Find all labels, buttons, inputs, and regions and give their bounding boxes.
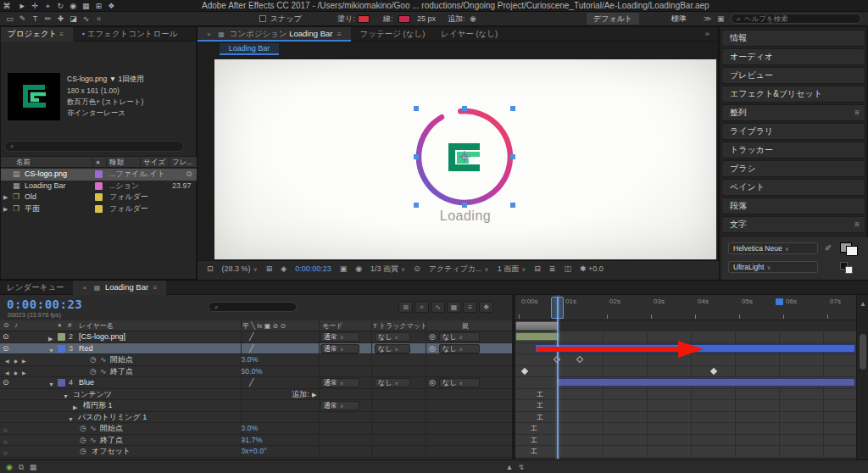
label-color[interactable] xyxy=(95,193,103,201)
trkmat-dropdown[interactable]: なし∨ xyxy=(375,344,410,353)
pixel-aspect-icon[interactable]: ⊟ xyxy=(534,261,541,277)
menubar-tool-icon-3[interactable]: ↻ xyxy=(54,0,67,12)
twirl-icon[interactable]: ▶ xyxy=(73,403,77,412)
panel-header-6[interactable]: トラッカー xyxy=(721,142,865,159)
panel-header-10[interactable]: 文字≡ xyxy=(721,216,865,233)
add-shape-icon[interactable]: ◉ xyxy=(470,12,476,25)
panel-header-3[interactable]: エフェクト&プリセット xyxy=(721,86,865,103)
kf-nav-icon[interactable]: ◇ xyxy=(3,448,8,458)
timeline-comp-button-1[interactable]: ⌗ xyxy=(415,301,429,313)
panel-menu-icon[interactable]: ≡ xyxy=(337,31,342,38)
switches-column[interactable]: 平 ╲ fx ▣ ⊘ ⊙ xyxy=(242,321,286,331)
column-label-icon[interactable]: ● xyxy=(96,158,100,166)
timeline-zoom-icon[interactable]: ▲ xyxy=(860,300,866,308)
layer-quality-switch[interactable]: ╱ xyxy=(249,344,253,353)
graph-icon[interactable]: ∿ xyxy=(90,436,97,445)
toolbar-tool-icon-6[interactable]: ∿ xyxy=(80,13,92,25)
panel-header-8[interactable]: ペイント xyxy=(721,179,865,196)
timeline-row-コンテンツ[interactable]: ▼コンテンツ追加:▶ xyxy=(0,389,512,401)
parent-pickwhip-icon[interactable]: ◎ xyxy=(429,378,436,387)
timeline-comp-button-2[interactable]: ∿ xyxy=(431,301,445,313)
label-color[interactable] xyxy=(95,182,103,190)
timeline-search-input[interactable]: ⌕ xyxy=(209,302,297,312)
graph-icon[interactable]: ∿ xyxy=(100,355,107,364)
menubar-tool-icon-4[interactable]: ◉ xyxy=(67,0,80,12)
toolbar-tool-icon-2[interactable]: T xyxy=(29,13,42,25)
menubar-tool-icon-0[interactable]: ► xyxy=(16,0,29,12)
grid-guides-icon[interactable]: ⊞ xyxy=(266,261,273,277)
layer-label-color[interactable] xyxy=(58,333,65,341)
twirl-icon[interactable]: ▶ xyxy=(3,192,8,202)
toolbar-tool-icon-1[interactable]: ✎ xyxy=(16,13,29,25)
number-column[interactable]: # xyxy=(68,321,71,329)
parent-dropdown[interactable]: なし∨ xyxy=(439,332,480,342)
mode-dropdown[interactable]: 通常∨ xyxy=(320,378,359,387)
mode-column[interactable]: モード xyxy=(322,321,342,331)
panel-header-0[interactable]: 情報 xyxy=(721,30,865,47)
zoom-level-dropdown[interactable]: (28.3 %)∨ xyxy=(222,261,258,277)
tab-effect-controls[interactable]: ▪ エフェクトコントロール xyxy=(75,27,185,42)
stopwatch-icon[interactable]: ◷ xyxy=(90,367,97,376)
tab-project[interactable]: プロジェクト≡ xyxy=(1,27,73,42)
panel-header-2[interactable]: プレビュー xyxy=(721,67,865,84)
twirl-icon[interactable]: ▶ xyxy=(48,334,53,343)
composition-marker[interactable] xyxy=(776,298,783,305)
small-swatch-light[interactable] xyxy=(845,266,853,274)
menubar-tool-icon-2[interactable]: ⌖ xyxy=(42,0,54,12)
panel-menu-icon[interactable]: ≡ xyxy=(153,284,158,292)
twirl-icon[interactable]: ▼ xyxy=(48,346,54,355)
timeline-button-icon[interactable]: ◫ xyxy=(564,261,571,277)
work-area-bar[interactable] xyxy=(515,321,559,331)
timeline-row-オフセット[interactable]: ◇◷オフセット0x+0.0° xyxy=(0,446,512,458)
toolbar-tool-icon-4[interactable]: ✚ xyxy=(54,13,67,25)
twirl-icon[interactable]: ▶ xyxy=(3,204,8,214)
toolbar-tool-icon-3[interactable]: ✏ xyxy=(42,13,54,25)
eye-icon[interactable]: ⊙ xyxy=(3,378,9,387)
toolbar-tool-icon-7[interactable]: ⌗ xyxy=(92,13,105,25)
layer-label-color[interactable] xyxy=(58,345,65,353)
stopwatch-icon[interactable]: ◷ xyxy=(90,355,97,364)
time-ruler[interactable]: 0:00s01s02s03s04s05s06s07s xyxy=(515,295,856,320)
resolution-dropdown[interactable]: 1/3 画質∨ xyxy=(370,261,405,277)
workspace-overflow-icon[interactable]: ≫ xyxy=(704,12,711,25)
project-row-0[interactable]: ▤CS-logo.png...ファイル...イト⧉ xyxy=(1,169,198,181)
kf-nav-icon[interactable]: ◇ xyxy=(3,426,8,435)
menubar-tool-icon-6[interactable]: ⊞ xyxy=(92,0,105,12)
active-camera-dropdown[interactable]: アクティブカ...∨ xyxy=(429,261,489,277)
layer-quality-switch[interactable]: ╱ xyxy=(249,378,253,387)
apple-menu-icon[interactable]: ⌘ xyxy=(0,0,14,12)
panel-header-9[interactable]: 段落 xyxy=(721,198,865,214)
project-row-3[interactable]: ▶❐平面フォルダー xyxy=(1,203,198,215)
parent-column[interactable]: 親 xyxy=(462,321,469,331)
tab-composition[interactable]: × ▦ コンポジション Loading Bar ≡ xyxy=(198,27,351,42)
graph-icon[interactable]: ∿ xyxy=(100,367,107,376)
property-value[interactable]: 50.0% xyxy=(241,367,263,376)
trkmat-dropdown[interactable]: なし∨ xyxy=(375,332,410,342)
project-search-input[interactable]: ⌕ xyxy=(4,141,184,152)
menubar-tool-icon-1[interactable]: ✛ xyxy=(29,0,42,12)
timeline-comp-button-3[interactable]: ▦ xyxy=(447,301,461,313)
region-of-interest-icon[interactable]: ⊙ xyxy=(414,261,420,277)
composition-viewer[interactable]: Loading xyxy=(214,59,716,259)
stroke-width-value[interactable]: 25 px xyxy=(417,12,436,25)
menubar-tool-icon-7[interactable]: ❖ xyxy=(105,0,118,12)
timeline-row-Red[interactable]: ⊙▼3Red╱通常∨なし∨◎なし∨ xyxy=(0,343,512,355)
graph-icon[interactable]: ∿ xyxy=(90,424,97,433)
help-search-input[interactable]: ⌕ヘルプを検索 xyxy=(731,14,861,24)
exposure-control[interactable]: ✱ +0.0 xyxy=(580,261,604,277)
timeline-current-time[interactable]: 0:00:00:23 xyxy=(7,298,82,311)
timeline-scrollbar[interactable]: ▲ xyxy=(856,295,868,460)
timeline-divider[interactable] xyxy=(512,295,515,460)
video-column-icon[interactable]: ⊙ xyxy=(3,321,9,329)
snap-checkbox[interactable] xyxy=(259,15,266,22)
timeline-row-開始点[interactable]: ◇◷∿開始点0.0% xyxy=(0,423,512,435)
tab-timeline-loading-bar[interactable]: × ▦ Loading Bar ≡ xyxy=(73,281,166,295)
timeline-row-楕円形 1[interactable]: ▶楕円形 1通常∨ xyxy=(0,400,512,412)
property-value[interactable]: 0.0% xyxy=(241,424,259,433)
panel-menu-icon[interactable]: ≡ xyxy=(854,217,860,232)
kf-nav-icon[interactable]: ◇ xyxy=(3,437,8,447)
column-fps[interactable]: フレ... xyxy=(172,158,192,168)
eye-icon[interactable]: ⊙ xyxy=(3,332,9,342)
timeline-row-終了点[interactable]: ◇◷∿終了点91.7% xyxy=(0,435,512,447)
status-icon-0[interactable]: ◉ xyxy=(3,461,15,473)
